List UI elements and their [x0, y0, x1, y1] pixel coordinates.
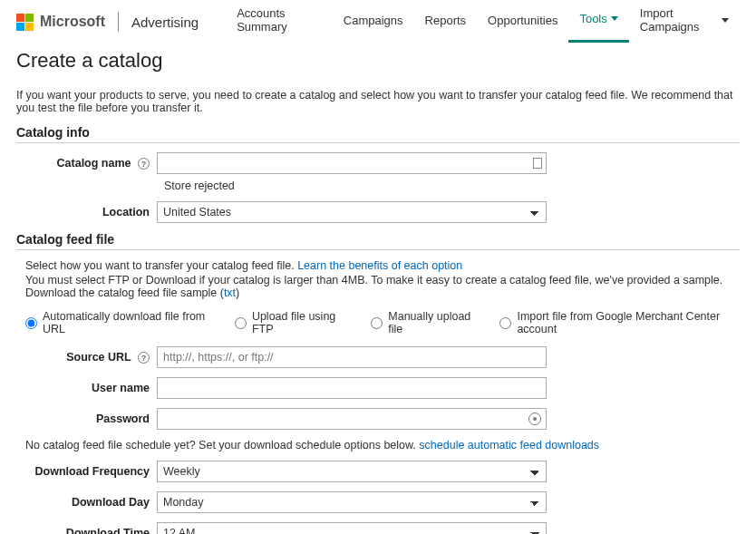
catalog-name-label: Catalog name ? — [16, 157, 157, 170]
radio-label: Automatically download file from URL — [43, 310, 213, 335]
location-select[interactable]: United States — [157, 201, 547, 223]
text: No catalog feed file schedule yet? Set y… — [25, 439, 419, 451]
day-label: Download Day — [16, 496, 157, 509]
schedule-note: No catalog feed file schedule yet? Set y… — [25, 439, 740, 451]
feed-intro-1: Select how you want to transfer your cat… — [25, 259, 740, 272]
nav-import-campaigns[interactable]: Import Campaigns — [629, 1, 740, 43]
radio-label: Import file from Google Merchant Center … — [517, 310, 740, 335]
location-label: Location — [16, 206, 157, 218]
row-time: Download Time 12 AM — [16, 522, 740, 534]
text: You must select FTP or Download if your … — [25, 274, 722, 299]
primary-nav: Accounts Summary Campaigns Reports Oppor… — [226, 1, 740, 43]
row-catalog-name: Catalog name ? — [16, 152, 740, 174]
catalog-name-input[interactable] — [157, 152, 547, 174]
time-select[interactable]: 12 AM — [157, 522, 547, 534]
radio-input[interactable] — [499, 317, 511, 329]
radio-input[interactable] — [25, 317, 37, 329]
password-label: Password — [16, 413, 157, 425]
frequency-select[interactable]: Weekly — [157, 461, 547, 482]
radio-label: Manually upload file — [388, 310, 478, 335]
schedule-link[interactable]: schedule automatic feed downloads — [419, 439, 599, 451]
feed-intro-2: You must select FTP or Download if your … — [25, 274, 740, 299]
nav-label: Accounts Summary — [237, 6, 322, 34]
divider — [118, 12, 119, 32]
section-catalog-info-heading: Catalog info — [16, 125, 740, 143]
text: Select how you want to transfer your cat… — [25, 259, 297, 272]
learn-benefits-link[interactable]: Learn the benefits of each option — [297, 259, 462, 272]
nav-label: Import Campaigns — [640, 6, 718, 34]
row-frequency: Download Frequency Weekly — [16, 461, 740, 482]
password-input[interactable] — [157, 408, 547, 430]
username-label: User name — [16, 382, 157, 394]
text: ) — [236, 286, 239, 299]
radio-ftp[interactable]: Upload file using FTP — [235, 310, 349, 335]
nav-reports[interactable]: Reports — [414, 1, 478, 43]
product-name: Advertising — [131, 15, 199, 30]
row-location: Location United States — [16, 201, 740, 223]
nav-label: Tools — [579, 12, 606, 25]
row-username: User name — [16, 377, 740, 399]
sample-txt-link[interactable]: txt — [224, 286, 236, 299]
row-day: Download Day Monday — [16, 491, 740, 513]
nav-opportunities[interactable]: Opportunities — [477, 1, 568, 43]
time-label: Download Time — [16, 527, 157, 534]
day-select[interactable]: Monday — [157, 491, 547, 513]
username-input[interactable] — [157, 377, 547, 399]
radio-input[interactable] — [235, 317, 247, 329]
brand-name: Microsoft — [40, 14, 105, 30]
frequency-label: Download Frequency — [16, 465, 157, 478]
source-url-input[interactable] — [157, 346, 547, 368]
help-icon[interactable]: ? — [138, 158, 150, 170]
radio-google[interactable]: Import file from Google Merchant Center … — [499, 310, 740, 335]
section-feed-heading: Catalog feed file — [16, 232, 740, 250]
global-header: Microsoft Advertising Accounts Summary C… — [0, 0, 756, 36]
radio-label: Upload file using FTP — [252, 310, 349, 335]
nav-accounts-summary[interactable]: Accounts Summary — [226, 1, 333, 43]
row-source-url: Source URL ? — [16, 346, 740, 368]
store-status: Store rejected — [164, 180, 740, 192]
page-body: Create a catalog If you want your produc… — [0, 36, 756, 534]
microsoft-logo-icon — [16, 14, 34, 31]
chevron-down-icon — [611, 16, 618, 21]
page-title: Create a catalog — [16, 49, 740, 73]
source-url-label: Source URL ? — [16, 351, 157, 364]
radio-manual[interactable]: Manually upload file — [371, 310, 478, 335]
transfer-method-radios: Automatically download file from URL Upl… — [25, 310, 740, 335]
nav-label: Opportunities — [488, 14, 557, 27]
nav-tools[interactable]: Tools — [568, 1, 628, 43]
input-end-icon — [533, 158, 542, 169]
help-icon[interactable]: ? — [138, 352, 150, 364]
chevron-down-icon — [722, 18, 729, 23]
nav-label: Campaigns — [344, 14, 403, 27]
nav-campaigns[interactable]: Campaigns — [333, 1, 414, 43]
radio-input[interactable] — [371, 317, 383, 329]
row-password: Password — [16, 408, 740, 430]
nav-label: Reports — [425, 14, 467, 27]
reveal-password-icon[interactable] — [528, 413, 541, 425]
page-intro: If you want your products to serve, you … — [16, 89, 740, 114]
label-text: Catalog name — [57, 157, 131, 170]
radio-auto-download[interactable]: Automatically download file from URL — [25, 310, 213, 335]
label-text: Source URL — [66, 351, 131, 364]
